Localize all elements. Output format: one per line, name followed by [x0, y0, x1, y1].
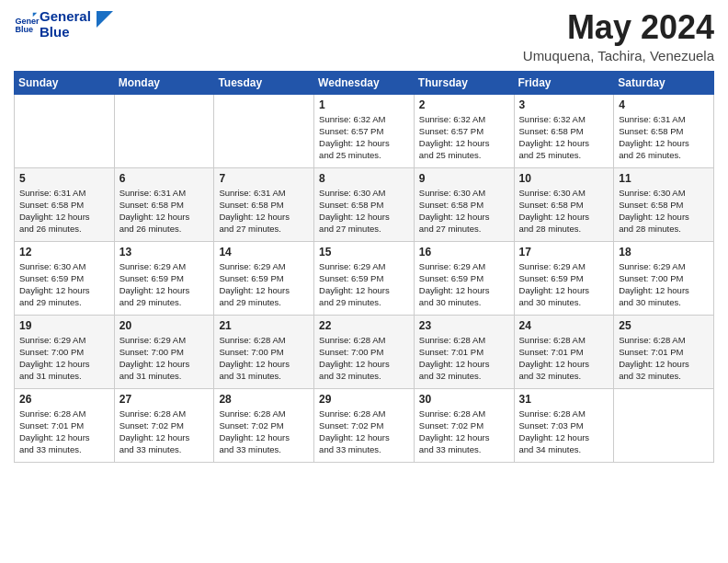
svg-text:General: General	[15, 16, 40, 25]
calendar-header-row: SundayMondayTuesdayWednesdayThursdayFrid…	[15, 71, 714, 94]
day-info: Sunrise: 6:32 AMSunset: 6:57 PMDaylight:…	[419, 113, 509, 162]
calendar-day-cell: 27Sunrise: 6:28 AMSunset: 7:02 PMDayligh…	[114, 388, 214, 462]
day-info: Sunrise: 6:29 AMSunset: 6:59 PMDaylight:…	[319, 260, 409, 309]
day-number: 29	[319, 393, 409, 406]
day-number: 22	[319, 319, 409, 332]
calendar-day-cell: 20Sunrise: 6:29 AMSunset: 7:00 PMDayligh…	[114, 315, 214, 388]
day-info: Sunrise: 6:29 AMSunset: 6:59 PMDaylight:…	[219, 260, 309, 309]
calendar-day-cell: 4Sunrise: 6:31 AMSunset: 6:58 PMDaylight…	[614, 94, 714, 167]
location: Umuquena, Tachira, Venezuela	[523, 48, 714, 63]
calendar-day-cell: 11Sunrise: 6:30 AMSunset: 6:58 PMDayligh…	[614, 167, 714, 241]
calendar-day-cell: 13Sunrise: 6:29 AMSunset: 6:59 PMDayligh…	[114, 241, 214, 315]
calendar-week-row: 12Sunrise: 6:30 AMSunset: 6:59 PMDayligh…	[15, 241, 714, 315]
day-info: Sunrise: 6:28 AMSunset: 7:03 PMDaylight:…	[519, 408, 609, 456]
calendar-day-cell: 6Sunrise: 6:31 AMSunset: 6:58 PMDaylight…	[114, 167, 214, 241]
calendar-day-cell: 15Sunrise: 6:29 AMSunset: 6:59 PMDayligh…	[314, 241, 415, 315]
calendar-day-cell: 30Sunrise: 6:28 AMSunset: 7:02 PMDayligh…	[414, 388, 514, 462]
day-number: 26	[19, 393, 109, 406]
calendar-day-cell: 14Sunrise: 6:29 AMSunset: 6:59 PMDayligh…	[214, 241, 314, 315]
calendar-day-cell: 17Sunrise: 6:29 AMSunset: 6:59 PMDayligh…	[514, 241, 614, 315]
day-info: Sunrise: 6:31 AMSunset: 6:58 PMDaylight:…	[19, 187, 109, 236]
day-number: 19	[19, 319, 109, 332]
month-title: May 2024	[523, 9, 714, 46]
day-of-week-header: Friday	[514, 71, 614, 94]
day-info: Sunrise: 6:30 AMSunset: 6:58 PMDaylight:…	[519, 187, 609, 236]
calendar-day-cell: 31Sunrise: 6:28 AMSunset: 7:03 PMDayligh…	[514, 388, 614, 462]
calendar-day-cell: 26Sunrise: 6:28 AMSunset: 7:01 PMDayligh…	[15, 388, 115, 462]
day-info: Sunrise: 6:29 AMSunset: 7:00 PMDaylight:…	[119, 334, 210, 383]
day-info: Sunrise: 6:30 AMSunset: 6:58 PMDaylight:…	[619, 187, 709, 236]
calendar-day-cell: 3Sunrise: 6:32 AMSunset: 6:58 PMDaylight…	[514, 94, 614, 167]
day-info: Sunrise: 6:28 AMSunset: 7:02 PMDaylight:…	[419, 408, 509, 456]
day-number: 23	[419, 319, 509, 332]
day-number: 1	[319, 98, 409, 111]
calendar-day-cell: 12Sunrise: 6:30 AMSunset: 6:59 PMDayligh…	[15, 241, 115, 315]
day-info: Sunrise: 6:32 AMSunset: 6:58 PMDaylight:…	[519, 113, 609, 162]
day-info: Sunrise: 6:28 AMSunset: 7:02 PMDaylight:…	[219, 408, 309, 456]
day-of-week-header: Sunday	[15, 71, 115, 94]
day-info: Sunrise: 6:28 AMSunset: 7:00 PMDaylight:…	[219, 334, 309, 383]
day-of-week-header: Monday	[114, 71, 214, 94]
day-info: Sunrise: 6:29 AMSunset: 6:59 PMDaylight:…	[419, 260, 509, 309]
day-number: 14	[219, 246, 309, 259]
day-number: 4	[619, 98, 709, 111]
day-number: 17	[519, 246, 609, 259]
svg-marker-3	[97, 11, 113, 28]
day-info: Sunrise: 6:30 AMSunset: 6:58 PMDaylight:…	[319, 187, 409, 236]
calendar-day-cell: 22Sunrise: 6:28 AMSunset: 7:00 PMDayligh…	[314, 315, 415, 388]
calendar-week-row: 26Sunrise: 6:28 AMSunset: 7:01 PMDayligh…	[15, 388, 714, 462]
day-info: Sunrise: 6:28 AMSunset: 7:01 PMDaylight:…	[19, 408, 109, 456]
day-of-week-header: Saturday	[614, 71, 714, 94]
day-number: 3	[519, 98, 609, 111]
day-info: Sunrise: 6:28 AMSunset: 7:02 PMDaylight:…	[319, 408, 409, 456]
calendar-day-cell: 9Sunrise: 6:30 AMSunset: 6:58 PMDaylight…	[414, 167, 514, 241]
calendar-day-cell: 1Sunrise: 6:32 AMSunset: 6:57 PMDaylight…	[314, 94, 415, 167]
calendar-day-cell: 10Sunrise: 6:30 AMSunset: 6:58 PMDayligh…	[514, 167, 614, 241]
day-number: 21	[219, 319, 309, 332]
day-info: Sunrise: 6:28 AMSunset: 7:00 PMDaylight:…	[319, 334, 409, 383]
day-number: 31	[519, 393, 609, 406]
day-number: 24	[519, 319, 609, 332]
logo-line1: General	[40, 9, 91, 25]
title-block: May 2024 Umuquena, Tachira, Venezuela	[523, 9, 714, 63]
day-of-week-header: Tuesday	[214, 71, 314, 94]
day-number: 16	[419, 246, 509, 259]
calendar-day-cell: 24Sunrise: 6:28 AMSunset: 7:01 PMDayligh…	[514, 315, 614, 388]
day-number: 18	[619, 246, 709, 259]
calendar-day-cell	[614, 388, 714, 462]
day-number: 25	[619, 319, 709, 332]
calendar-day-cell: 21Sunrise: 6:28 AMSunset: 7:00 PMDayligh…	[214, 315, 314, 388]
day-of-week-header: Thursday	[414, 71, 514, 94]
logo: General Blue General Blue	[14, 9, 113, 40]
calendar-day-cell	[214, 94, 314, 167]
calendar-week-row: 19Sunrise: 6:29 AMSunset: 7:00 PMDayligh…	[15, 315, 714, 388]
day-number: 8	[319, 172, 409, 185]
calendar-day-cell: 2Sunrise: 6:32 AMSunset: 6:57 PMDaylight…	[414, 94, 514, 167]
day-info: Sunrise: 6:29 AMSunset: 7:00 PMDaylight:…	[19, 334, 109, 383]
day-info: Sunrise: 6:30 AMSunset: 6:59 PMDaylight:…	[19, 260, 109, 309]
day-info: Sunrise: 6:31 AMSunset: 6:58 PMDaylight:…	[619, 113, 709, 162]
day-info: Sunrise: 6:29 AMSunset: 7:00 PMDaylight:…	[619, 260, 709, 309]
logo-line2: Blue	[40, 25, 91, 40]
day-info: Sunrise: 6:28 AMSunset: 7:01 PMDaylight:…	[419, 334, 509, 383]
day-info: Sunrise: 6:31 AMSunset: 6:58 PMDaylight:…	[119, 187, 210, 236]
svg-text:Blue: Blue	[15, 25, 33, 34]
day-info: Sunrise: 6:29 AMSunset: 6:59 PMDaylight:…	[519, 260, 609, 309]
day-of-week-header: Wednesday	[314, 71, 415, 94]
day-number: 10	[519, 172, 609, 185]
calendar-day-cell: 18Sunrise: 6:29 AMSunset: 7:00 PMDayligh…	[614, 241, 714, 315]
day-number: 2	[419, 98, 509, 111]
calendar-day-cell	[15, 94, 115, 167]
calendar-day-cell: 16Sunrise: 6:29 AMSunset: 6:59 PMDayligh…	[414, 241, 514, 315]
calendar-day-cell	[114, 94, 214, 167]
calendar-day-cell: 8Sunrise: 6:30 AMSunset: 6:58 PMDaylight…	[314, 167, 415, 241]
logo-flag-icon	[97, 11, 113, 31]
calendar-table: SundayMondayTuesdayWednesdayThursdayFrid…	[14, 71, 714, 463]
day-number: 28	[219, 393, 309, 406]
page: General Blue General Blue May 2024 Umuqu…	[0, 0, 728, 563]
calendar-day-cell: 23Sunrise: 6:28 AMSunset: 7:01 PMDayligh…	[414, 315, 514, 388]
calendar-week-row: 5Sunrise: 6:31 AMSunset: 6:58 PMDaylight…	[15, 167, 714, 241]
day-number: 15	[319, 246, 409, 259]
calendar-day-cell: 7Sunrise: 6:31 AMSunset: 6:58 PMDaylight…	[214, 167, 314, 241]
calendar-week-row: 1Sunrise: 6:32 AMSunset: 6:57 PMDaylight…	[15, 94, 714, 167]
